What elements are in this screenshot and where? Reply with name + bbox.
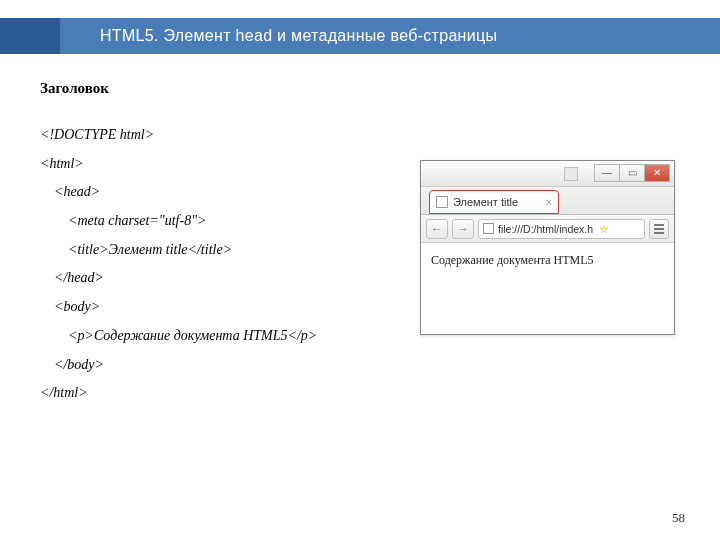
code-line: </body> xyxy=(40,357,104,372)
code-line: <html> xyxy=(40,156,84,171)
minimize-button[interactable]: — xyxy=(594,164,620,182)
code-line: <body> xyxy=(40,299,100,314)
slide-header: HTML5. Элемент head и метаданные веб-стр… xyxy=(0,18,720,54)
page-icon xyxy=(436,196,448,208)
arrow-right-icon: → xyxy=(457,222,469,236)
page-body-text: Содержание документа HTML5 xyxy=(431,253,594,267)
url-text: file:///D:/html/index.h xyxy=(498,223,593,235)
code-line: <!DOCTYPE html> xyxy=(40,127,154,142)
window-icon xyxy=(564,167,578,181)
bookmark-star-icon[interactable]: ☆ xyxy=(599,223,609,235)
hamburger-icon xyxy=(654,224,664,226)
code-block: <!DOCTYPE html> <html> <head> <meta char… xyxy=(40,121,420,408)
window-controls: — ▭ ✕ xyxy=(595,164,670,182)
tab-title: Элемент title xyxy=(453,196,518,208)
forward-button[interactable]: → xyxy=(452,219,474,239)
browser-window: — ▭ ✕ Элемент title × ← → file:///D:/htm… xyxy=(420,160,675,335)
address-bar[interactable]: file:///D:/html/index.h ☆ xyxy=(478,219,645,239)
code-line: </head> xyxy=(40,270,104,285)
slide-title: HTML5. Элемент head и метаданные веб-стр… xyxy=(100,27,497,45)
address-bar-row: ← → file:///D:/html/index.h ☆ xyxy=(421,215,674,243)
section-subtitle: Заголовок xyxy=(40,80,420,97)
code-line: <title>Элемент title</title> xyxy=(40,242,232,257)
page-icon xyxy=(483,223,494,234)
code-line: <meta charset="utf-8"> xyxy=(40,213,206,228)
header-accent xyxy=(0,18,60,54)
code-line: <head> xyxy=(40,184,100,199)
menu-button[interactable] xyxy=(649,219,669,239)
arrow-left-icon: ← xyxy=(431,222,443,236)
browser-tab[interactable]: Элемент title × xyxy=(429,190,559,214)
code-line: </html> xyxy=(40,385,88,400)
page-number: 58 xyxy=(672,510,685,526)
back-button[interactable]: ← xyxy=(426,219,448,239)
close-button[interactable]: ✕ xyxy=(644,164,670,182)
browser-viewport: Содержание документа HTML5 xyxy=(421,243,674,278)
tab-strip: Элемент title × xyxy=(421,187,674,215)
content-area: Заголовок <!DOCTYPE html> <html> <head> … xyxy=(40,80,420,408)
maximize-button[interactable]: ▭ xyxy=(619,164,645,182)
tab-close-icon[interactable]: × xyxy=(546,196,552,208)
browser-titlebar: — ▭ ✕ xyxy=(421,161,674,187)
code-line: <p>Содержание документа HTML5</p> xyxy=(40,328,317,343)
